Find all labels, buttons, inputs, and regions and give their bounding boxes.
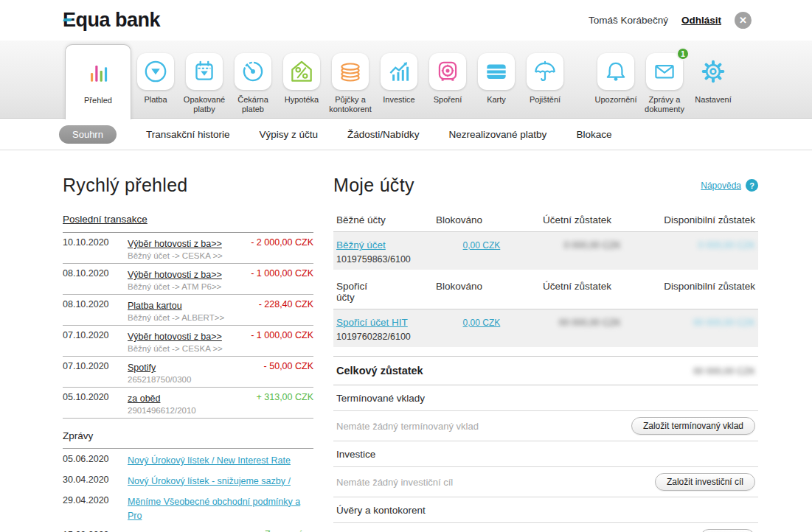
subnav-zadosti-nabidky[interactable]: Žádosti/Nabídky bbox=[347, 129, 420, 140]
transaction-link[interactable]: Výběr hotovosti z ba>> bbox=[128, 332, 222, 342]
last-transactions-heading: Poslední transakce bbox=[63, 212, 313, 233]
message-status: Zpracována bbox=[256, 529, 313, 532]
tab-karty[interactable]: Karty bbox=[472, 41, 521, 105]
umbrella-icon bbox=[531, 57, 559, 85]
account-row: Spořicí účet HIT 1019760282/6100 0,00 CZ… bbox=[333, 309, 758, 347]
transaction-link[interactable]: Spotify bbox=[128, 363, 156, 373]
tab-hypoteka[interactable]: Hypotéka bbox=[277, 41, 326, 105]
tab-sporeni[interactable]: Spoření bbox=[423, 41, 472, 105]
blocked-amount-link[interactable]: 0,00 CZK bbox=[463, 240, 501, 251]
subnav-nezrealizovane-platby[interactable]: Nezrealizované platby bbox=[449, 129, 547, 140]
available-balance-redacted: 00 000,00 CZK bbox=[693, 318, 755, 328]
tab-upozorneni[interactable]: Upozornění bbox=[591, 41, 640, 105]
book-balance-redacted: 0 000,00 CZK bbox=[564, 240, 621, 251]
apply-loan-button[interactable]: Zažádat bbox=[700, 529, 755, 532]
message-date: 05.06.2020 bbox=[63, 453, 128, 467]
tab-platba[interactable]: Platba bbox=[131, 41, 180, 105]
transaction-date: 07.10.2020 bbox=[63, 329, 128, 353]
tab-nastaveni[interactable]: Nastavení bbox=[689, 41, 738, 105]
my-accounts-panel: Moje účty Nápověda ? Běžné účty Blokován… bbox=[333, 151, 758, 532]
transaction-row: 05.10.2020 za oběd 2901496612/2010 + 313… bbox=[63, 388, 313, 419]
tab-label: Pojištění bbox=[530, 95, 561, 105]
account-link[interactable]: Spořicí účet HIT bbox=[336, 317, 408, 328]
blocked-amount-link[interactable]: 0,00 CZK bbox=[463, 318, 501, 328]
message-link[interactable]: Nový Úrokový lístek - snižujeme sazby / bbox=[128, 476, 291, 486]
tab-zpravy-a-dokumenty[interactable]: 1 Zprávy a dokumenty bbox=[640, 41, 689, 113]
help-link[interactable]: Nápověda bbox=[701, 181, 741, 191]
transaction-row: 07.10.2020 Výběr hotovosti z ba>> Běžný … bbox=[63, 326, 313, 357]
available-balance-redacted: 0 000,00 CZK bbox=[698, 240, 755, 251]
bar-chart-icon bbox=[84, 58, 112, 86]
tab-label: Nastavení bbox=[695, 95, 732, 105]
message-date: 30.04.2020 bbox=[63, 474, 128, 488]
total-balance-redacted: 00 000,00 CZK bbox=[693, 366, 755, 377]
message-row: 30.04.2020 Nový Úrokový lístek - snižuje… bbox=[63, 469, 313, 490]
tab-label: Hypotéka bbox=[285, 95, 319, 105]
transaction-date: 07.10.2020 bbox=[63, 360, 128, 384]
last-transactions-link[interactable]: Poslední transakce bbox=[63, 214, 148, 225]
message-link[interactable]: Nový Úrokový lístek / New Interest Rate bbox=[128, 455, 291, 466]
transaction-link[interactable]: Výběr hotovosti z ba>> bbox=[128, 239, 222, 249]
user-name: Tomáš Korábečný bbox=[589, 15, 668, 26]
section-uvery-a-kontokorent: Úvěry a kontokorent bbox=[333, 497, 758, 523]
section-empty-row: Nemáte žádný investiční cíl Založit inve… bbox=[333, 467, 758, 497]
subnav-blokace[interactable]: Blokace bbox=[576, 129, 611, 140]
transaction-amount: - 2 000,00 CZK bbox=[245, 237, 313, 260]
accounts-table: Běžné účty Blokováno Účetní zůstatek Dis… bbox=[333, 208, 758, 532]
transaction-date: 10.10.2020 bbox=[63, 237, 128, 260]
transaction-detail: Běžný účet -> CESKA >> bbox=[128, 344, 245, 353]
tab-prehled[interactable]: Přehled bbox=[65, 44, 131, 129]
tab-label: Spoření bbox=[434, 95, 462, 105]
subnav-vypisy-z-uctu[interactable]: Výpisy z účtu bbox=[259, 129, 318, 140]
tab-opakovane-platby[interactable]: Opakované platby bbox=[180, 41, 229, 113]
section-empty-row: Nemáte žádný termínovaný vklad Založit t… bbox=[333, 411, 758, 441]
messages-badge: 1 bbox=[676, 47, 690, 60]
quick-overview-panel: Rychlý přehled Poslední transakce 10.10.… bbox=[63, 151, 313, 532]
tab-pujcky-a-kontokorent[interactable]: Půjčky a kontokorent bbox=[326, 41, 375, 113]
gear-icon bbox=[698, 57, 728, 86]
transaction-date: 05.10.2020 bbox=[63, 391, 128, 415]
logo-text: Equa bank bbox=[63, 9, 160, 31]
total-balance-label: Celkový zůstatek bbox=[336, 365, 693, 377]
account-link[interactable]: Běžný účet bbox=[336, 239, 386, 251]
transaction-link[interactable]: za oběd bbox=[128, 393, 160, 404]
section-empty-row: Nemáte žádnou rozpracovanou žádost o úvě… bbox=[333, 523, 758, 532]
tab-investice[interactable]: Investice bbox=[375, 41, 423, 105]
column-ucetni-zustatek: Účetní zůstatek bbox=[482, 281, 611, 303]
tab-pojisteni[interactable]: Pojištění bbox=[521, 41, 569, 105]
transaction-link[interactable]: Platba kartou bbox=[128, 301, 182, 311]
transaction-amount: - 50,00 CZK bbox=[258, 360, 313, 384]
account-number: 1019759863/6100 bbox=[336, 254, 411, 265]
tab-label: Půjčky a kontokorent bbox=[326, 95, 375, 113]
column-ucetni-zustatek: Účetní zůstatek bbox=[482, 214, 611, 225]
help-question-icon[interactable]: ? bbox=[746, 179, 758, 192]
transaction-row: 10.10.2020 Výběr hotovosti z ba>> Běžný … bbox=[63, 233, 313, 264]
tab-cekarna-plateb[interactable]: Čekárna plateb bbox=[229, 41, 277, 113]
calendar-repeat-icon bbox=[190, 57, 218, 85]
accounts-group-header: Běžné účty Blokováno Účetní zůstatek Dis… bbox=[333, 208, 758, 232]
transaction-amount: - 1 000,00 CZK bbox=[245, 267, 313, 291]
book-balance-redacted: 00 000,00 CZK bbox=[559, 318, 621, 328]
message-link[interactable]: Měníme Všeobecné obchodní podmínky a Pro bbox=[128, 497, 300, 521]
transaction-link[interactable]: Výběr hotovosti z ba>> bbox=[128, 270, 222, 280]
message-date: 29.04.2020 bbox=[63, 494, 128, 522]
subnav-transakcni-historie[interactable]: Transakční historie bbox=[146, 129, 230, 140]
tab-label: Upozornění bbox=[595, 95, 637, 105]
accounts-group-header: Spořicí účty Blokováno Účetní zůstatek D… bbox=[333, 274, 758, 309]
gauge-icon bbox=[239, 57, 267, 85]
transaction-detail: 265218750/0300 bbox=[128, 375, 258, 384]
create-term-deposit-button[interactable]: Založit termínovaný vklad bbox=[631, 417, 755, 435]
close-icon[interactable]: ✕ bbox=[735, 12, 752, 29]
subnav-souhrn[interactable]: Souhrn bbox=[59, 125, 117, 144]
column-disponibilni-zustatek: Disponibilní zůstatek bbox=[611, 281, 755, 303]
logout-link[interactable]: Odhlásit bbox=[681, 15, 721, 26]
transaction-date: 08.10.2020 bbox=[63, 298, 128, 322]
transaction-amount: - 228,40 CZK bbox=[253, 298, 313, 322]
house-percent-icon bbox=[288, 57, 316, 85]
transaction-detail: Běžný účet -> CESKA >> bbox=[128, 251, 245, 260]
top-header: Equa bank Tomáš Korábečný Odhlásit ✕ bbox=[0, 0, 812, 41]
message-date: 15.02.2020 bbox=[63, 529, 128, 532]
message-row: 15.02.2020 Zažádáno o změnu PIN platební… bbox=[63, 525, 313, 532]
create-investment-goal-button[interactable]: Založit investiční cíl bbox=[655, 473, 755, 491]
transaction-date: 08.10.2020 bbox=[63, 267, 128, 291]
